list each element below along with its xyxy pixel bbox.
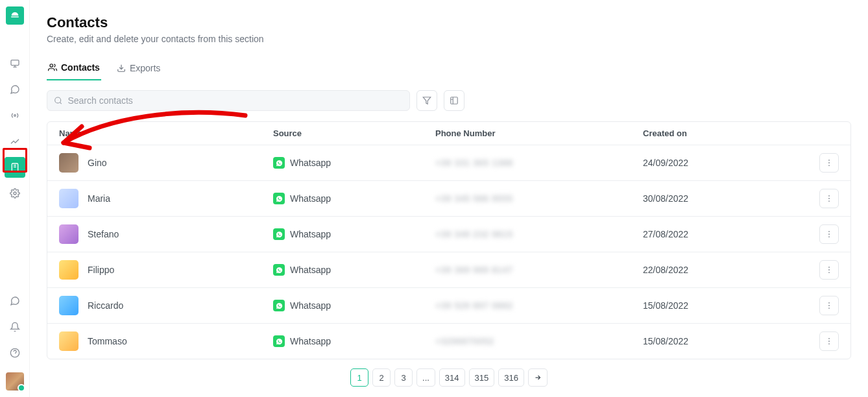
contact-name: Tommaso [88, 336, 127, 346]
svg-point-14 [828, 231, 830, 232]
whatsapp-icon[interactable] [5, 291, 25, 311]
table-row[interactable]: Gino Whatsapp +39 331 365 1388 24/09/202… [47, 145, 850, 180]
name-cell: Filippo [59, 260, 273, 280]
pagination-page[interactable]: 315 [469, 368, 495, 387]
pagination-page[interactable]: 314 [439, 368, 465, 387]
svg-point-21 [828, 305, 830, 306]
pagination: 123...314315316 [47, 359, 851, 397]
contact-avatar [59, 224, 78, 244]
svg-point-20 [828, 302, 830, 304]
tab-exports-label: Exports [130, 63, 160, 73]
pagination-page[interactable]: 3 [394, 368, 413, 387]
more-vertical-icon [825, 337, 834, 346]
more-vertical-icon [825, 230, 834, 239]
name-cell: Riccardo [59, 296, 273, 315]
whatsapp-icon [273, 264, 285, 276]
source-label: Whatsapp [290, 265, 331, 275]
pagination-page[interactable]: 1 [350, 368, 368, 387]
svg-point-11 [828, 195, 830, 197]
contact-name: Stefano [88, 229, 119, 239]
pagination-page[interactable]: 2 [372, 368, 391, 387]
bell-icon[interactable] [5, 317, 25, 337]
source-label: Whatsapp [290, 229, 331, 239]
tab-exports[interactable]: Exports [115, 58, 162, 80]
created-cell: 30/08/2022 [643, 193, 812, 204]
svg-point-24 [828, 341, 830, 342]
col-name: Name [59, 128, 273, 138]
table-row[interactable]: Tommaso Whatsapp +3296970052 15/08/2022 [47, 323, 850, 359]
row-actions-button[interactable] [819, 224, 839, 244]
contact-avatar [59, 331, 78, 351]
pagination-page[interactable]: 316 [498, 368, 524, 387]
broadcast-icon[interactable] [5, 105, 25, 126]
row-actions-button[interactable] [819, 331, 839, 351]
source-label: Whatsapp [290, 300, 331, 311]
pagination-next[interactable] [528, 368, 548, 387]
contact-avatar [59, 153, 78, 173]
contact-name: Riccardo [88, 300, 123, 311]
search-container[interactable] [47, 90, 410, 111]
name-cell: Stefano [59, 224, 273, 244]
source-cell: Whatsapp [273, 335, 435, 347]
user-avatar[interactable] [6, 372, 24, 391]
search-input[interactable] [67, 95, 403, 106]
contact-avatar [59, 260, 78, 280]
phone-cell: +3296970052 [435, 336, 643, 346]
source-label: Whatsapp [290, 193, 331, 204]
source-label: Whatsapp [290, 336, 331, 346]
filter-icon [422, 96, 431, 105]
created-cell: 22/08/2022 [643, 265, 812, 275]
phone-cell: +39 331 365 1388 [435, 158, 643, 168]
row-actions-button[interactable] [819, 153, 839, 173]
more-vertical-icon [825, 194, 834, 203]
svg-point-5 [50, 64, 53, 67]
row-actions-button[interactable] [819, 189, 839, 208]
svg-point-6 [55, 97, 61, 103]
brand-logo[interactable] [6, 6, 24, 25]
svg-point-25 [828, 343, 830, 344]
row-actions-button[interactable] [819, 260, 839, 280]
search-icon [54, 96, 62, 105]
created-cell: 15/08/2022 [643, 300, 812, 311]
table-row[interactable]: Maria Whatsapp +39 345 586 9555 30/08/20… [47, 180, 850, 216]
created-cell: 27/08/2022 [643, 229, 812, 239]
columns-button[interactable] [444, 90, 464, 111]
name-cell: Tommaso [59, 331, 273, 351]
help-icon[interactable] [5, 343, 25, 363]
name-cell: Gino [59, 153, 273, 173]
table-row[interactable]: Riccardo Whatsapp +39 529 897 0882 15/08… [47, 287, 850, 323]
table-row[interactable]: Filippo Whatsapp +39 369 989 8147 22/08/… [47, 252, 850, 287]
col-created: Created on [643, 128, 812, 138]
svg-point-16 [828, 236, 830, 237]
svg-point-1 [14, 115, 16, 117]
whatsapp-icon [273, 300, 285, 311]
row-actions-button[interactable] [819, 296, 839, 315]
contact-name: Gino [88, 158, 107, 168]
svg-point-18 [828, 269, 830, 271]
toolbar [47, 90, 851, 111]
phone-cell: +39 349 232 9815 [435, 229, 643, 239]
chat-icon[interactable] [5, 79, 25, 100]
contacts-table: Name Source Phone Number Created on Gino… [47, 121, 851, 359]
trending-icon[interactable] [5, 131, 25, 152]
created-cell: 24/09/2022 [643, 158, 812, 168]
filter-button[interactable] [416, 90, 437, 111]
settings-icon[interactable] [5, 183, 25, 204]
more-vertical-icon [825, 265, 834, 274]
contacts-icon[interactable] [5, 157, 25, 178]
phone-cell: +39 369 989 8147 [435, 265, 643, 275]
tabs: Contacts Exports [47, 58, 851, 81]
table-row[interactable]: Stefano Whatsapp +39 349 232 9815 27/08/… [47, 216, 850, 252]
contact-name: Maria [88, 193, 110, 204]
monitor-icon[interactable] [5, 53, 25, 74]
svg-point-10 [828, 165, 830, 166]
svg-rect-0 [11, 60, 19, 66]
users-icon [48, 63, 57, 72]
sidebar [0, 0, 30, 397]
tab-contacts[interactable]: Contacts [47, 58, 101, 80]
source-cell: Whatsapp [273, 193, 435, 204]
phone-cell: +39 345 586 9555 [435, 193, 643, 204]
contact-avatar [59, 296, 78, 315]
col-source: Source [273, 128, 435, 138]
table-header: Name Source Phone Number Created on [47, 122, 850, 145]
